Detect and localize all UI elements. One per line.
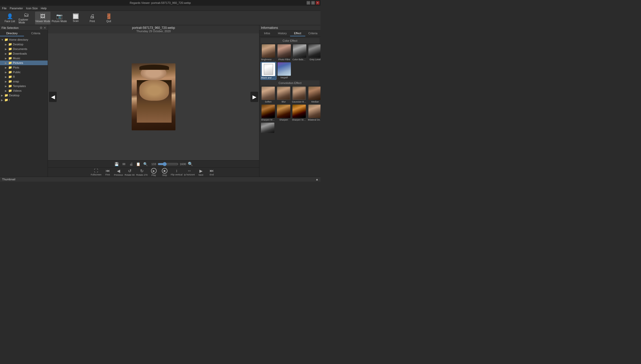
median-thumb: [308, 87, 320, 100]
tab-effect[interactable]: Effect: [290, 31, 305, 36]
toolbar-viewer-mode[interactable]: 🖼 Viewer Mode: [35, 12, 50, 24]
rotate270-button[interactable]: ↻ Rotate 270: [136, 168, 148, 176]
tree-toggle-desktop2: ▶: [1, 94, 4, 97]
end-button[interactable]: ⏭ End: [207, 168, 216, 176]
bilateral-denoising-thumb: [308, 105, 320, 118]
effect-sharpen[interactable]: Sharpen: [276, 104, 291, 122]
file-selection-title: File Selection: [2, 26, 19, 29]
tree-label-videos: Videos: [13, 89, 21, 92]
effect-gaussian-blur[interactable]: Gaussian Blur: [291, 86, 307, 104]
toolbar-print[interactable]: 🖨 Print: [85, 12, 100, 24]
effect-color-balance[interactable]: Color Balance: [292, 44, 307, 61]
maximize-button[interactable]: □: [311, 1, 315, 5]
plots-folder-icon: 📁: [8, 66, 12, 69]
minimize-button[interactable]: ─: [307, 1, 310, 5]
tab-criteria[interactable]: Criteria: [24, 31, 48, 36]
thumbnail-collapse-icon[interactable]: ▲: [316, 178, 318, 181]
effect-blur[interactable]: Blur: [276, 86, 291, 104]
ip-horizont-label: ip horizont: [184, 173, 195, 176]
tree-item-templates[interactable]: ▶ 📁 Templates: [0, 84, 48, 88]
menu-file[interactable]: File: [2, 7, 7, 10]
tree-item-documents[interactable]: ▶ 📁 Documents: [0, 47, 48, 51]
color-balance-thumb: [293, 44, 306, 58]
tree-item-home[interactable]: ▼ 📁 Home directory: [0, 37, 48, 42]
left-panel-close-icon[interactable]: ✕: [44, 26, 46, 30]
save-icon[interactable]: 💾: [114, 161, 120, 167]
first-button[interactable]: ⏮ First: [103, 168, 112, 176]
ip-horizont-button[interactable]: ↔ ip horizont: [184, 168, 195, 176]
tree-item-videos[interactable]: ▶ 📁 Videos: [0, 88, 48, 93]
menu-help[interactable]: Help: [41, 7, 47, 10]
tree-item-desktop2[interactable]: ▶ 📁 Desktop: [0, 93, 48, 98]
next-button-play[interactable]: ▶ Next: [196, 168, 206, 176]
tree-item-plots[interactable]: ▶ 📁 Plots: [0, 65, 48, 70]
tree-item-pictures[interactable]: ▶ 📁 Pictures: [0, 61, 48, 65]
tree-item-desktop[interactable]: ▶ 📁 Desktop: [0, 42, 48, 47]
rotate90-button[interactable]: ↺ Rotate 90: [125, 168, 135, 176]
tree-item-public[interactable]: ▶ 📁 Public: [0, 70, 48, 74]
main-image-display: [132, 63, 175, 130]
explorer-mode-label: Explorer Mode: [19, 18, 34, 24]
extra-effects-grid: [260, 122, 319, 133]
effect-soften[interactable]: Soften: [260, 86, 276, 104]
sharpen-masking-thumb: [262, 105, 275, 118]
tab-infos[interactable]: Infos: [259, 31, 275, 36]
fullscreen-button[interactable]: ⛶ Fullscreen: [91, 168, 102, 176]
zoom-out-icon[interactable]: 🔍: [143, 161, 148, 167]
email-icon[interactable]: ✉: [121, 161, 127, 167]
effect-black-white[interactable]: Black and White: [260, 62, 276, 80]
effect-brightness-contrast[interactable]: Brighness and Contrast: [260, 44, 276, 61]
desktop2-folder-icon: 📁: [4, 94, 8, 97]
thumbnail-strip: ... happy-1836445_960_720.webp horse.jpg…: [0, 182, 320, 182]
color-effect-title: Color Effect: [260, 38, 319, 43]
effect-grey-level[interactable]: Grey Level: [308, 44, 320, 61]
close-button[interactable]: ✕: [316, 1, 319, 5]
play-button[interactable]: ▶ Play: [149, 168, 158, 176]
informations-title: Informations: [261, 26, 278, 30]
zoom-slider[interactable]: [158, 162, 178, 166]
tree-item-root[interactable]: ▶ 📁 /: [0, 98, 48, 102]
soften-label: Soften: [265, 100, 272, 103]
toolbar-explorer-mode[interactable]: 🗂 Explorer Mode: [19, 12, 34, 24]
quit-label: Quit: [106, 20, 111, 23]
effect-negatif[interactable]: Negatif: [277, 62, 291, 80]
next-button[interactable]: ▶: [250, 92, 258, 102]
toolbar-quit[interactable]: 🚪 Quit: [101, 12, 116, 24]
effect-sharpen-strong[interactable]: Sharpen Strong: [291, 104, 307, 122]
tab-criteria-right[interactable]: Criteria: [305, 31, 320, 36]
black-white-label: Black and White: [261, 77, 276, 79]
effect-photo-filtre[interactable]: Photo Filtre: [277, 44, 291, 61]
menu-iconsize[interactable]: Icon Size: [26, 7, 38, 10]
toolbar-picture-mode[interactable]: 📷 Picture Mode: [52, 12, 67, 24]
tree-item-music[interactable]: ▶ 📁 Music: [0, 56, 48, 61]
previous-button[interactable]: ◀ Previous: [114, 168, 123, 176]
tree-item-downloads[interactable]: ▶ 📁 Downloads: [0, 51, 48, 56]
effect-bilateral-denoising[interactable]: Bilateral Denoising: [307, 104, 320, 122]
window-controls: ─ □ ✕: [307, 1, 319, 5]
toolbar-face-list[interactable]: 👤 Face List: [2, 12, 18, 24]
tab-directory[interactable]: Directory: [0, 31, 24, 36]
menu-parameter[interactable]: Parameter: [10, 7, 23, 10]
effect-sharpen-masking[interactable]: Sharpen Masking: [260, 104, 276, 122]
color-balance-label: Color Balance: [292, 58, 307, 61]
tree-label-music: Music: [13, 57, 20, 60]
zoom-in-icon[interactable]: 🔍: [188, 161, 193, 167]
tab-history[interactable]: History: [275, 31, 290, 36]
left-panel-settings-icon[interactable]: ⚙: [40, 26, 43, 30]
effect-extra-1[interactable]: [260, 122, 275, 133]
previous-icon: ◀: [117, 168, 120, 173]
clipboard-icon[interactable]: 📋: [136, 161, 141, 167]
toolbar-scan[interactable]: ⬜ Scan: [68, 12, 83, 24]
print-ctrl-icon[interactable]: 🖨: [128, 161, 134, 167]
tree-toggle-templates: ▶: [5, 85, 7, 88]
scan-icon: ⬜: [73, 13, 79, 19]
stop-button[interactable]: ⏹ Stop: [160, 168, 169, 176]
blur-label: Blur: [282, 100, 286, 103]
tree-item-snap[interactable]: ▶ 📁 snap: [0, 79, 48, 84]
thumbnail-title: Thumbnail: [2, 178, 15, 181]
flip-vertical-button[interactable]: ↕ Flip vertical: [171, 168, 183, 176]
tree-item-r[interactable]: ▶ 📁 R: [0, 74, 48, 79]
prev-button[interactable]: ◀: [49, 92, 57, 102]
sharpen-masking-label: Sharpen Masking: [261, 118, 275, 121]
effect-median[interactable]: Median: [307, 86, 320, 104]
